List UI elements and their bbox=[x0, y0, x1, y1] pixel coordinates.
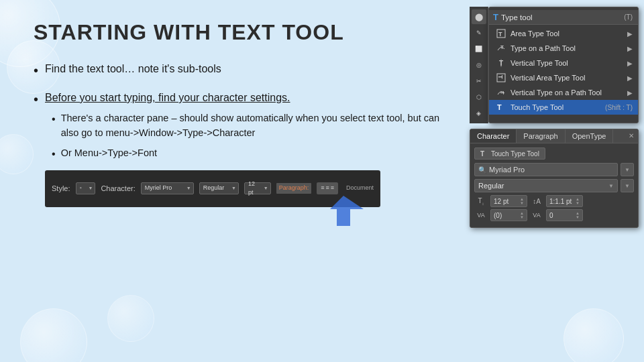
char-panel-close[interactable]: ✕ bbox=[625, 129, 638, 143]
char-style-dropdown[interactable]: Regular ▼ bbox=[474, 179, 618, 192]
bar-style-val-dropdown[interactable]: Regular bbox=[199, 182, 239, 194]
char-kern-field[interactable]: (0) ▲ ▼ bbox=[490, 209, 527, 221]
char-font-row: 🔍 Myriad Pro ▼ bbox=[474, 163, 634, 176]
toolbar-popup-container: ⬤ ✎ ⬜ ◎ ✂ ⬡ ◈ T Type tool (T) bbox=[470, 7, 639, 123]
search-icon: 🔍 bbox=[478, 166, 486, 174]
vertical-path-label: Vertical Type on a Path Tool bbox=[511, 88, 623, 97]
toolbar-popup: T Type tool (T) T Area Type Tool ▶ bbox=[488, 7, 639, 123]
toolbar-shortcut: (T) bbox=[624, 13, 633, 21]
char-kern-arrows: ▲ ▼ bbox=[520, 211, 524, 219]
vertical-path-icon: T bbox=[496, 87, 506, 98]
svg-text:T: T bbox=[499, 91, 505, 95]
char-font-value: Myriad Pro bbox=[489, 166, 525, 174]
vertical-area-arrow: ▶ bbox=[627, 74, 633, 82]
svg-text:T: T bbox=[480, 150, 484, 158]
area-type-label: Area Type Tool bbox=[511, 29, 623, 38]
path-type-label: Type on a Path Tool bbox=[511, 44, 623, 52]
vertical-type-label: Vertical Type Tool bbox=[511, 59, 623, 67]
tab-character[interactable]: Character bbox=[470, 129, 517, 143]
toolbar-header-left: T Type tool bbox=[493, 12, 533, 22]
char-kern-row: VA (0) ▲ ▼ VA 0 ▲ ▼ bbox=[474, 209, 634, 221]
type-tool-label[interactable]: Type tool bbox=[501, 13, 533, 21]
vertical-area-icon: T bbox=[496, 72, 506, 83]
area-type-arrow: ▶ bbox=[627, 30, 633, 38]
char-font-search[interactable]: 🔍 Myriad Pro bbox=[474, 163, 618, 176]
arrow-annotation bbox=[330, 196, 364, 229]
toolbar-item-touch-type[interactable]: T Touch Type Tool (Shift : T) bbox=[489, 100, 638, 115]
right-panel: ⬤ ✎ ⬜ ◎ ✂ ⬡ ◈ T Type tool (T) bbox=[470, 0, 644, 362]
toolbar-btn-2[interactable]: ✎ bbox=[472, 25, 486, 40]
touch-type-label: Touch Type Tool bbox=[511, 103, 601, 111]
bar-align-icons: ≡ ≡ ≡ bbox=[317, 182, 338, 194]
char-track-field[interactable]: 0 ▲ ▼ bbox=[546, 209, 583, 221]
char-leading-arrows: ▲ ▼ bbox=[576, 197, 580, 205]
char-font-dropdown-icon: ▼ bbox=[625, 167, 630, 173]
char-track-down[interactable]: ▼ bbox=[576, 215, 580, 219]
bullet-item-2: Before you start typing, find your chara… bbox=[34, 90, 449, 207]
char-size-arrows: ▲ ▼ bbox=[520, 197, 524, 205]
char-size-down[interactable]: ▼ bbox=[520, 201, 524, 205]
char-style-row: Regular ▼ ▼ bbox=[474, 179, 634, 192]
toolbar-btn-4[interactable]: ◎ bbox=[472, 58, 486, 72]
svg-text:T: T bbox=[497, 103, 502, 111]
bullet-item-1: Find the text tool… note it's sub-tools bbox=[34, 61, 449, 80]
sub-bullet-1: There's a character pane – should show a… bbox=[52, 111, 449, 141]
toolbar-btn-5[interactable]: ✂ bbox=[472, 74, 486, 88]
tracking-icon: VA bbox=[530, 212, 543, 219]
toolbar-btn-1[interactable]: ⬤ bbox=[472, 9, 486, 24]
size-icon: T↕ bbox=[474, 197, 488, 206]
char-style-btn-icon: ▼ bbox=[625, 183, 630, 189]
bullet-list: Find the text tool… note it's sub-tools … bbox=[34, 61, 449, 217]
left-toolbar: ⬤ ✎ ⬜ ◎ ✂ ⬡ ◈ bbox=[470, 7, 488, 123]
char-panel-body: T Touch Type Tool 🔍 Myriad Pro ▼ bbox=[470, 143, 638, 227]
char-touch-type-btn[interactable]: T Touch Type Tool bbox=[474, 147, 545, 160]
sub-bullet-list: There's a character pane – should show a… bbox=[52, 111, 449, 162]
char-font-dropdown-btn[interactable]: ▼ bbox=[621, 163, 634, 176]
bar-style-label: Style: bbox=[52, 183, 70, 194]
char-leading-down[interactable]: ▼ bbox=[576, 201, 580, 205]
toolbar-item-vertical-area[interactable]: T Vertical Area Type Tool ▶ bbox=[489, 70, 638, 85]
page-title: STARTING WITH TEXT TOOL bbox=[34, 20, 449, 45]
toolbar-popup-header: T Type tool (T) bbox=[489, 10, 638, 25]
toolbar-item-area-type[interactable]: T Area Type Tool ▶ bbox=[489, 26, 638, 41]
bar-style-dropdown[interactable]: ▪ bbox=[76, 182, 96, 194]
char-style-arrow: ▼ bbox=[608, 183, 614, 189]
bar-font-dropdown[interactable]: Myriel Pro bbox=[141, 182, 194, 194]
area-type-icon: T bbox=[496, 28, 506, 39]
char-leading-field[interactable]: 1:1.1 pt ▲ ▼ bbox=[546, 195, 583, 207]
bar-paragraph-label: Paragraph: bbox=[276, 183, 312, 194]
leading-icon: ↕A bbox=[530, 198, 543, 205]
character-panel: Character Paragraph OpenType ✕ T Touch T… bbox=[470, 129, 639, 228]
svg-text:T: T bbox=[497, 75, 504, 79]
toolbar-item-vertical-type[interactable]: T Vertical Type Tool ▶ bbox=[489, 56, 638, 70]
char-size-row: T↕ 12 pt ▲ ▼ ↕A 1:1.1 pt ▲ ▼ bbox=[474, 195, 634, 207]
char-track-arrows: ▲ ▼ bbox=[576, 211, 580, 219]
svg-marker-10 bbox=[330, 196, 364, 226]
bar-size-dropdown[interactable]: 12 pt bbox=[244, 182, 271, 194]
type-tool-icon: T bbox=[493, 12, 498, 22]
svg-text:T: T bbox=[498, 31, 502, 38]
tab-paragraph[interactable]: Paragraph bbox=[517, 129, 565, 143]
bar-document-label: Document bbox=[346, 184, 374, 193]
toolbar-btn-3[interactable]: ⬜ bbox=[472, 42, 486, 56]
bar-char-label: Character: bbox=[101, 183, 135, 194]
vertical-area-label: Vertical Area Type Tool bbox=[511, 74, 623, 82]
kerning-icon: VA bbox=[474, 212, 488, 219]
path-type-arrow: ▶ bbox=[627, 45, 633, 52]
char-style-dropdown-btn[interactable]: ▼ bbox=[621, 179, 634, 192]
left-panel: STARTING WITH TEXT TOOL Find the text to… bbox=[0, 0, 470, 362]
vertical-path-arrow: ▶ bbox=[627, 89, 633, 97]
char-size-field[interactable]: 12 pt ▲ ▼ bbox=[490, 195, 527, 207]
toolbar-item-path-type[interactable]: T Type on a Path Tool ▶ bbox=[489, 41, 638, 56]
char-kern-down[interactable]: ▼ bbox=[520, 215, 524, 219]
toolbar-btn-7[interactable]: ◈ bbox=[472, 106, 486, 121]
toolbar-btn-6[interactable]: ⬡ bbox=[472, 90, 486, 105]
tab-opentype[interactable]: OpenType bbox=[566, 129, 614, 143]
vertical-type-icon: T bbox=[496, 58, 506, 68]
toolbar-item-vertical-path[interactable]: T Vertical Type on a Path Tool ▶ bbox=[489, 85, 638, 100]
touch-type-icon: T bbox=[496, 102, 506, 113]
sub-bullet-2: Or Menu->Type->Font bbox=[52, 146, 449, 162]
vertical-type-arrow: ▶ bbox=[627, 60, 633, 67]
char-panel-tabs: Character Paragraph OpenType ✕ bbox=[470, 129, 638, 143]
path-type-icon: T bbox=[496, 43, 506, 54]
